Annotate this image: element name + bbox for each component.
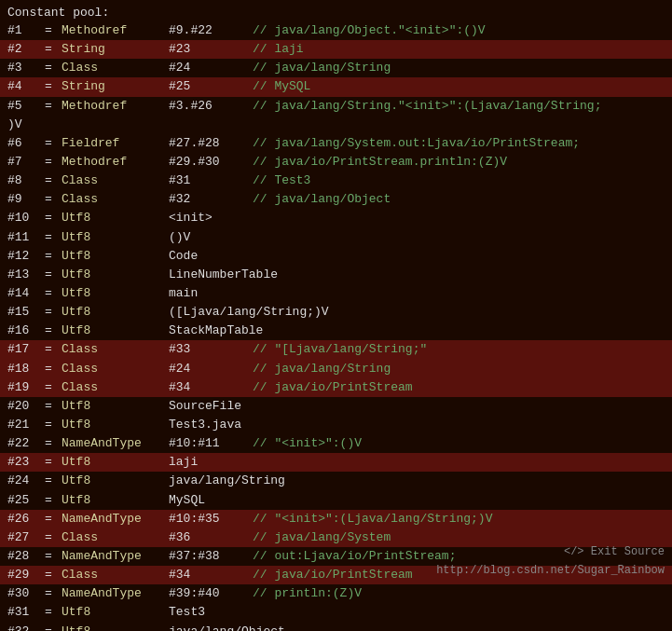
line: #31 = Utf8Test3	[0, 603, 672, 622]
line: #4 = String#25 // MySQL	[0, 77, 672, 96]
entry-eq: =	[45, 547, 62, 566]
line: #25 = Utf8MySQL	[0, 491, 672, 510]
entry-ref: #37:#38	[169, 547, 253, 566]
entry-eq: =	[45, 40, 62, 59]
entry-type: Methodref	[62, 97, 169, 116]
entry-num: #21	[7, 416, 45, 434]
line: #8 = Class#31 // Test3	[0, 171, 672, 190]
table-row: #30 = NameAndType#39:#40 // println:(Z)V	[0, 584, 672, 603]
line: #16 = Utf8StackMapTable	[0, 322, 672, 340]
entry-comment: // java/lang/String	[253, 59, 391, 77]
table-row: #2 = String#23 // laji	[0, 40, 672, 59]
table-row: #1 = Methodref#9.#22 // java/lang/Object…	[0, 21, 672, 40]
entry-comment: // java/lang/System	[253, 528, 391, 547]
line: #24 = Utf8java/lang/String	[0, 472, 672, 490]
line: #23 = Utf8laji	[0, 453, 672, 472]
entry-ref: #25	[169, 77, 253, 96]
entry-num: #31	[7, 603, 45, 622]
entry-type: Class	[62, 360, 169, 378]
line: #5 = Methodref#3.#26 // java/lang/String…	[0, 97, 672, 116]
entry-comment: // println:(Z)V	[253, 584, 362, 603]
line: #2 = String#23 // laji	[0, 40, 672, 59]
entry-comment: // java/io/PrintStream	[253, 378, 413, 397]
table-row: #18 = Class#24 // java/lang/String	[0, 360, 672, 378]
table-row: #11 = Utf8()V	[0, 228, 672, 247]
entry-num: #23	[7, 453, 45, 472]
section-header: Constant pool:	[0, 4, 672, 21]
entry-type: Utf8	[62, 491, 169, 510]
entry-eq: =	[45, 59, 62, 77]
entry-ref: #33	[169, 340, 253, 359]
entry-ref: ()V	[169, 228, 253, 247]
line: #13 = Utf8LineNumberTable	[0, 266, 672, 284]
table-row: #31 = Utf8Test3	[0, 603, 672, 622]
line: #32 = Utf8java/lang/Object	[0, 623, 672, 632]
entry-ref: #3.#26	[169, 97, 253, 116]
entry-eq: =	[45, 603, 62, 622]
entry-ref: #29.#30	[169, 153, 253, 171]
table-row: #12 = Utf8Code	[0, 247, 672, 266]
table-row: #8 = Class#31 // Test3	[0, 171, 672, 190]
entry-eq: =	[45, 247, 62, 266]
entry-eq: =	[45, 434, 62, 453]
entry-comment: // java/lang/System.out:Ljava/io/PrintSt…	[253, 134, 580, 153]
line: #9 = Class#32 // java/lang/Object	[0, 190, 672, 209]
entry-type: Class	[62, 528, 169, 547]
entry-eq: =	[45, 491, 62, 510]
line: #19 = Class#34 // java/io/PrintStream	[0, 378, 672, 397]
table-row: #23 = Utf8laji	[0, 453, 672, 472]
entry-eq: =	[45, 171, 62, 190]
entry-eq: =	[45, 228, 62, 247]
entry-eq: =	[45, 134, 62, 153]
entry-type: Class	[62, 378, 169, 397]
entry-ref: #23	[169, 40, 253, 59]
entry-ref: Test3	[169, 603, 253, 622]
line: #27 = Class#36 // java/lang/System	[0, 528, 672, 547]
table-row: #9 = Class#32 // java/lang/Object	[0, 190, 672, 209]
entry-num: #24	[7, 472, 45, 490]
entry-comment: // java/lang/Object."<init>":()V	[253, 21, 486, 40]
entry-num: #22	[7, 434, 45, 453]
line: #1 = Methodref#9.#22 // java/lang/Object…	[0, 21, 672, 40]
entry-num: #29	[7, 566, 45, 584]
entry-num: #20	[7, 397, 45, 416]
entry-type: Utf8	[62, 397, 169, 416]
entry-type: Class	[62, 190, 169, 209]
table-row: #4 = String#25 // MySQL	[0, 77, 672, 96]
entry-ref: #10:#35	[169, 510, 253, 528]
entry-ref: Test3.java	[169, 416, 253, 434]
entry-ref: LineNumberTable	[169, 266, 278, 284]
table-row: #32 = Utf8java/lang/Object	[0, 623, 672, 632]
entry-comment: // Test3	[253, 171, 310, 190]
entry-eq: =	[45, 340, 62, 359]
table-row: #27 = Class#36 // java/lang/System	[0, 528, 672, 547]
entry-ref: java/lang/String	[169, 472, 285, 490]
line: #30 = NameAndType#39:#40 // println:(Z)V	[0, 584, 672, 603]
entry-num: #11	[7, 228, 45, 247]
entry-ref: #24	[169, 360, 253, 378]
line: #22 = NameAndType#10:#11 // "<init>":()V	[0, 434, 672, 453]
watermark-blog: http://blog.csdn.net/Sugar_Rainbow	[436, 564, 665, 577]
entry-type: Class	[62, 171, 169, 190]
entry-ref: laji	[169, 453, 253, 472]
entry-ref: #34	[169, 566, 253, 584]
entry-comment: // java/lang/String."<init>":(Ljava/lang…	[253, 97, 601, 116]
entry-type: NameAndType	[62, 510, 169, 528]
entry-ref: #36	[169, 528, 253, 547]
entry-eq: =	[45, 453, 62, 472]
table-row: #14 = Utf8main	[0, 284, 672, 303]
entry-ref: #39:#40	[169, 584, 253, 603]
table-row: #16 = Utf8StackMapTable	[0, 322, 672, 340]
entry-comment: // java/io/PrintStream.println:(Z)V	[253, 153, 507, 171]
entry-type: Utf8	[62, 603, 169, 622]
entry-type: Class	[62, 59, 169, 77]
entry-type: NameAndType	[62, 547, 169, 566]
entry-comment: // "[Ljava/lang/String;"	[253, 340, 427, 359]
entry-type: String	[62, 77, 169, 96]
entry-comment: // MySQL	[253, 77, 310, 96]
entry-eq: =	[45, 510, 62, 528]
entry-eq: =	[45, 77, 62, 96]
entry-type: Utf8	[62, 472, 169, 490]
entry-num: #25	[7, 491, 45, 510]
line: #26 = NameAndType#10:#35 // "<init>":(Lj…	[0, 510, 672, 528]
